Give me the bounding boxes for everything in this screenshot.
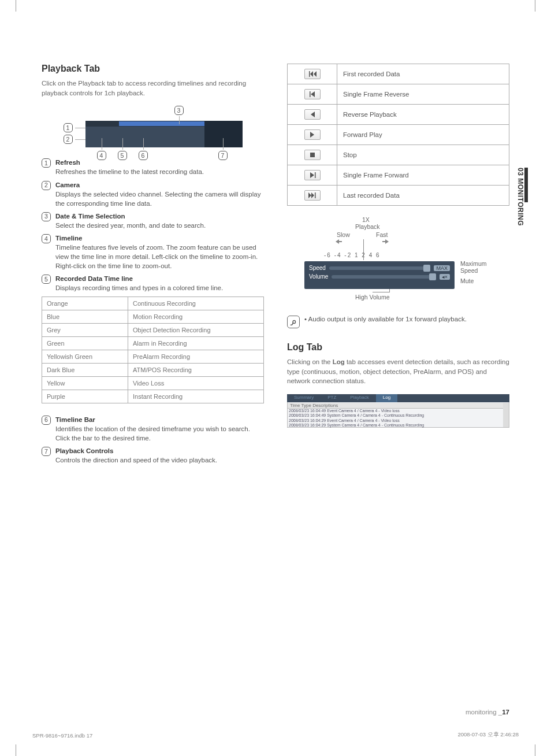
section-sidebar: 03 MONITORING — [516, 168, 528, 226]
item-desc-6: Identifies the location of the desired t… — [55, 425, 250, 442]
item-desc-7: Controls the direction and speed of the … — [55, 457, 217, 464]
item-num-5: 5 — [42, 275, 51, 284]
callout-6: 6 — [139, 151, 148, 160]
item-desc-2: Displays the selected video channel. Sel… — [55, 191, 260, 207]
playback-tab-heading: Playback Tab — [42, 64, 264, 74]
first-recorded-icon — [304, 69, 321, 79]
item-num-2: 2 — [42, 181, 51, 190]
dlbl-maxspeed: Maximum Speed — [460, 260, 501, 274]
dlbl-slow: Slow — [337, 231, 350, 238]
color-legend-table: OrangeContinuous RecordingBlueMotion Rec… — [42, 297, 264, 403]
item-title-6: Timeline Bar — [55, 416, 95, 423]
log-tab-playback: Playback — [343, 394, 375, 402]
log-row: 2008/03/23 16:04:29 System Camera 4 / Ca… — [289, 423, 503, 428]
color-desc: Instant Recording — [128, 390, 264, 403]
dlbl-playback: Playback — [355, 223, 380, 230]
item-num-4: 4 — [42, 234, 51, 243]
item-title-1: Refresh — [55, 159, 80, 166]
log-tab-heading: Log Tab — [287, 342, 509, 353]
item-num-1: 1 — [42, 158, 51, 168]
log-tab-log: Log — [376, 394, 397, 402]
max-pill: MAX — [434, 265, 450, 271]
item-desc-3: Select the desired year, month, and date… — [55, 222, 206, 229]
btn-label-3: Forward Play — [337, 125, 509, 145]
btn-label-2: Reverse Playback — [337, 105, 509, 125]
item-num-7: 7 — [42, 447, 51, 456]
stop-icon — [304, 150, 321, 160]
log-screenshot: Summary PTZ Playback Log Time Type Descr… — [287, 394, 509, 428]
item-desc-1: Refreshes the timeline to the latest rec… — [55, 168, 204, 175]
item-num-3: 3 — [42, 212, 51, 221]
item-title-7: Playback Controls — [55, 447, 113, 454]
color-desc: ATM/POS Recording — [128, 363, 264, 376]
color-name: Yellow — [42, 376, 128, 390]
footer-page: monitoring _17 — [466, 709, 509, 716]
item-title-3: Date & Time Selection — [55, 213, 125, 220]
svg-rect-0 — [310, 153, 315, 157]
btn-label-4: Stop — [337, 145, 509, 165]
dlbl-1x: 1X — [362, 216, 370, 223]
playback-figure: 3 1 2 4 5 6 7 — [64, 106, 243, 146]
btn-label-5: Single Frame Forward — [337, 165, 509, 186]
item-num-6: 6 — [42, 416, 51, 425]
last-recorded-icon — [304, 190, 321, 201]
callout-4: 4 — [97, 151, 106, 160]
log-row: 2008/03/23 16:04:49 Event Camera 4 / Cam… — [289, 409, 503, 413]
print-file: SPR-9816~9716.indb 17 — [32, 732, 92, 739]
forward-play-icon — [304, 129, 321, 140]
single-frame-forward-icon — [304, 170, 321, 180]
print-date: 2008-07-03 오후 2:46:28 — [457, 731, 519, 739]
callout-1: 1 — [64, 123, 73, 132]
color-name: Blue — [42, 310, 128, 323]
dlbl-mute: Mute — [460, 277, 474, 284]
color-desc: Video Loss — [128, 376, 264, 390]
color-name: Yellowish Green — [42, 350, 128, 363]
playback-buttons-table: First recorded Data Single Frame Reverse… — [287, 64, 509, 206]
log-tab-summary: Summary — [287, 394, 321, 402]
dlbl-fast: Fast — [376, 231, 388, 238]
color-name: Purple — [42, 390, 128, 403]
mute-pill: ◂× — [440, 274, 450, 280]
playback-intro: Click on the Playback tab to access reco… — [42, 79, 264, 98]
btn-label-1: Single Frame Reverse — [337, 84, 509, 105]
dlbl-ticks: -6 -4 -2 1 2 4 6 — [324, 252, 381, 258]
color-name: Dark Blue — [42, 363, 128, 376]
item-title-2: Camera — [55, 181, 80, 188]
dlbl-highvol: High Volume — [355, 294, 390, 301]
volume-label: Volume — [309, 273, 328, 280]
callout-5: 5 — [118, 151, 127, 160]
color-name: Orange — [42, 297, 128, 310]
btn-label-0: First recorded Data — [337, 64, 509, 84]
callout-2: 2 — [64, 135, 73, 144]
item-title-4: Timeline — [55, 235, 82, 242]
color-desc: Alarm in Recording — [128, 336, 264, 350]
log-intro: Clicking on the Log tab accesses event d… — [287, 357, 509, 386]
log-tab-ptz: PTZ — [321, 394, 343, 402]
note-text: • Audio output is only available for 1x … — [304, 316, 467, 328]
color-desc: Continuous Recording — [128, 297, 264, 310]
speed-diagram: 1X Playback Slow Fast -6 -4 -2 1 2 4 6 S… — [287, 216, 509, 309]
callout-7: 7 — [218, 151, 228, 160]
color-name: Green — [42, 336, 128, 350]
note-icon — [287, 316, 300, 328]
color-desc: Motion Recording — [128, 310, 264, 323]
color-name: Grey — [42, 323, 128, 336]
color-desc: Object Detection Recording — [128, 323, 264, 336]
log-headers: Time Type Descriptions — [288, 403, 503, 409]
speed-label: Speed — [309, 265, 326, 271]
color-desc: PreAlarm Recording — [128, 350, 264, 363]
item-desc-4: Timeline features five levels of zoom. T… — [55, 244, 258, 269]
item-desc-5: Displays recording times and types in a … — [55, 284, 223, 291]
log-row: 2008/03/23 16:04:49 System Camera 4 / Ca… — [289, 413, 503, 418]
reverse-playback-icon — [304, 109, 321, 120]
single-frame-reverse-icon — [304, 89, 321, 99]
callout-3: 3 — [174, 106, 184, 115]
log-row: 2008/03/23 16:04:29 Event Camera 4 / Cam… — [289, 418, 503, 423]
btn-label-6: Last recorded Data — [337, 186, 509, 206]
item-title-5: Recorded Data Time line — [55, 275, 133, 282]
